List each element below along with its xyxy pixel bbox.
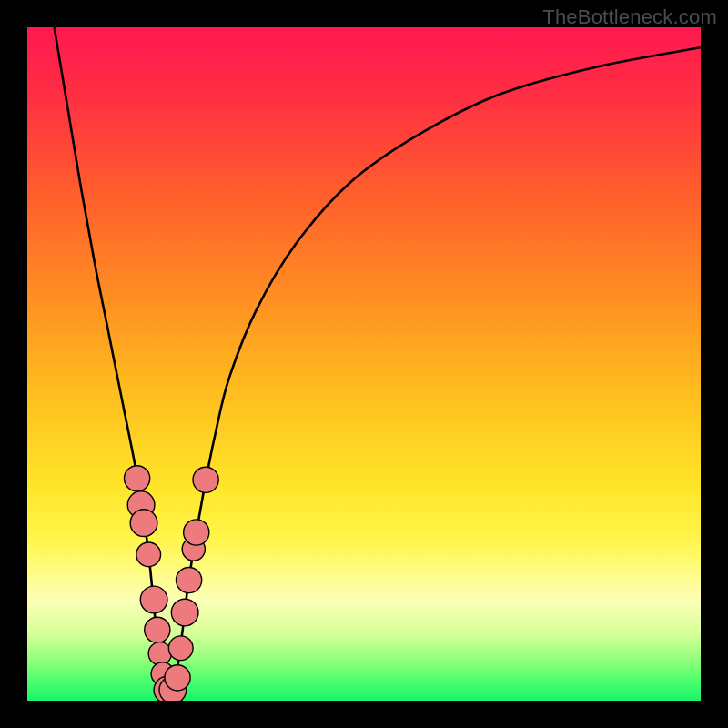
marker-point <box>165 665 190 691</box>
plot-area <box>27 27 701 701</box>
marker-point <box>171 599 198 626</box>
marker-point <box>145 617 170 642</box>
marker-point <box>148 642 171 665</box>
marker-point <box>184 520 209 545</box>
watermark-text: TheBottleneck.com <box>542 5 717 29</box>
marker-point <box>177 567 202 592</box>
chart-frame: TheBottleneck.com <box>0 0 728 728</box>
marker-point <box>168 636 193 661</box>
marker-group <box>125 466 219 701</box>
marker-point <box>136 542 161 567</box>
marker-point <box>140 586 167 613</box>
curve-layer <box>27 27 701 701</box>
marker-point <box>193 467 218 492</box>
marker-point <box>125 466 150 491</box>
marker-point <box>130 510 157 537</box>
